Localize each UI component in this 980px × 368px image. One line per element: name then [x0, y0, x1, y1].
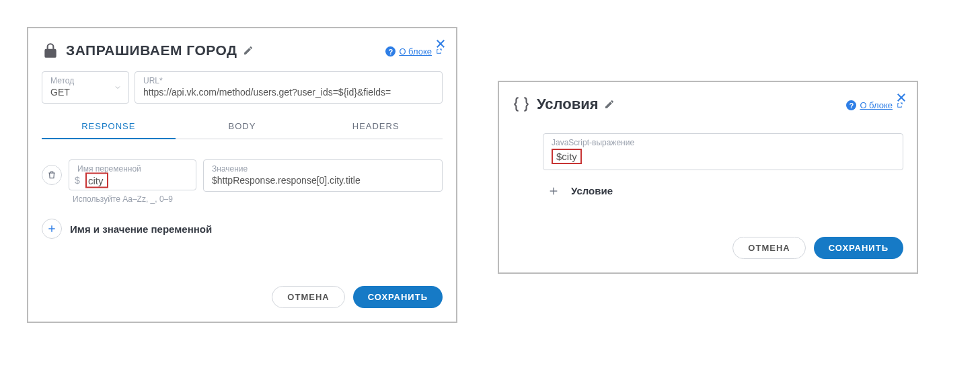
- tabs: RESPONSE BODY HEADERS: [42, 116, 443, 139]
- url-label: URL*: [143, 76, 434, 85]
- variable-value-label: Значение: [212, 164, 434, 174]
- panel-header: Условия ? О блоке: [513, 96, 903, 113]
- js-expression-label: JavaScript-выражение: [552, 138, 895, 147]
- variable-hint: Используйте Aa–Zz, _, 0–9: [73, 194, 196, 204]
- request-config-row: Метод GET URL* https://api.vk.com/method…: [42, 71, 443, 104]
- save-button[interactable]: СОХРАНИТЬ: [814, 237, 903, 259]
- close-button[interactable]: [435, 38, 447, 52]
- dollar-prefix: $: [75, 175, 80, 186]
- lock-icon: [42, 42, 59, 59]
- add-condition-row[interactable]: Условие: [543, 185, 903, 196]
- action-buttons: ОТМЕНА СОХРАНИТЬ: [513, 237, 903, 259]
- js-expression-value: $city: [552, 149, 582, 164]
- plus-icon: [548, 186, 559, 196]
- add-condition-label: Условие: [571, 185, 613, 196]
- cancel-button[interactable]: ОТМЕНА: [732, 237, 805, 259]
- tab-body[interactable]: BODY: [176, 116, 309, 139]
- variable-value-input[interactable]: Значение $httpResponse.response[0].city.…: [203, 159, 443, 192]
- add-variable-label: Имя и значение переменной: [70, 223, 212, 235]
- variable-name-label: Имя переменной: [77, 164, 188, 174]
- tab-response[interactable]: RESPONSE: [42, 116, 176, 139]
- variable-value: $httpResponse.response[0].city.title: [212, 175, 434, 186]
- edit-icon[interactable]: [604, 99, 615, 110]
- variable-name-value: city: [85, 173, 108, 188]
- add-variable-button[interactable]: [42, 219, 62, 239]
- response-tab-content: Имя переменной $ city Используйте Aa–Zz,…: [42, 139, 443, 246]
- variable-row: Имя переменной $ city Используйте Aa–Zz,…: [42, 159, 443, 204]
- url-value: https://api.vk.com/method/users.get?user…: [143, 87, 434, 98]
- variable-name-input[interactable]: Имя переменной $ city: [69, 159, 196, 190]
- method-label: Метод: [50, 76, 120, 85]
- help-link[interactable]: О блоке: [860, 100, 893, 110]
- help-link[interactable]: О блоке: [399, 46, 432, 57]
- add-variable-row[interactable]: Имя и значение переменной: [42, 219, 443, 239]
- panel-header: ЗАПРАШИВАЕМ ГОРОД ? О блоке: [42, 42, 443, 59]
- url-input[interactable]: URL* https://api.vk.com/method/users.get…: [135, 71, 443, 104]
- cancel-button[interactable]: ОТМЕНА: [272, 286, 344, 308]
- help-icon: ?: [385, 46, 395, 57]
- braces-icon: [513, 96, 530, 113]
- method-select[interactable]: Метод GET: [42, 71, 129, 104]
- save-button[interactable]: СОХРАНИТЬ: [353, 286, 443, 308]
- method-value: GET: [50, 87, 120, 98]
- delete-variable-button[interactable]: [42, 165, 62, 185]
- help-icon: ?: [846, 100, 856, 110]
- action-buttons: ОТМЕНА СОХРАНИТЬ: [42, 286, 443, 308]
- variable-value-block: Значение $httpResponse.response[0].city.…: [203, 159, 443, 192]
- tab-headers[interactable]: HEADERS: [309, 116, 443, 139]
- js-expression-input[interactable]: JavaScript-выражение $city: [543, 133, 903, 170]
- panel-title: ЗАПРАШИВАЕМ ГОРОД: [66, 42, 237, 59]
- variable-name-block: Имя переменной $ city Используйте Aa–Zz,…: [69, 159, 196, 204]
- edit-icon[interactable]: [243, 45, 254, 56]
- conditions-block: Условия ? О блоке JavaScript-выражение $…: [498, 81, 918, 274]
- http-request-block: ЗАПРАШИВАЕМ ГОРОД ? О блоке Метод GET UR…: [27, 27, 457, 323]
- panel-title: Условия: [537, 96, 599, 113]
- chevron-down-icon: [114, 83, 122, 91]
- close-button[interactable]: [895, 91, 907, 106]
